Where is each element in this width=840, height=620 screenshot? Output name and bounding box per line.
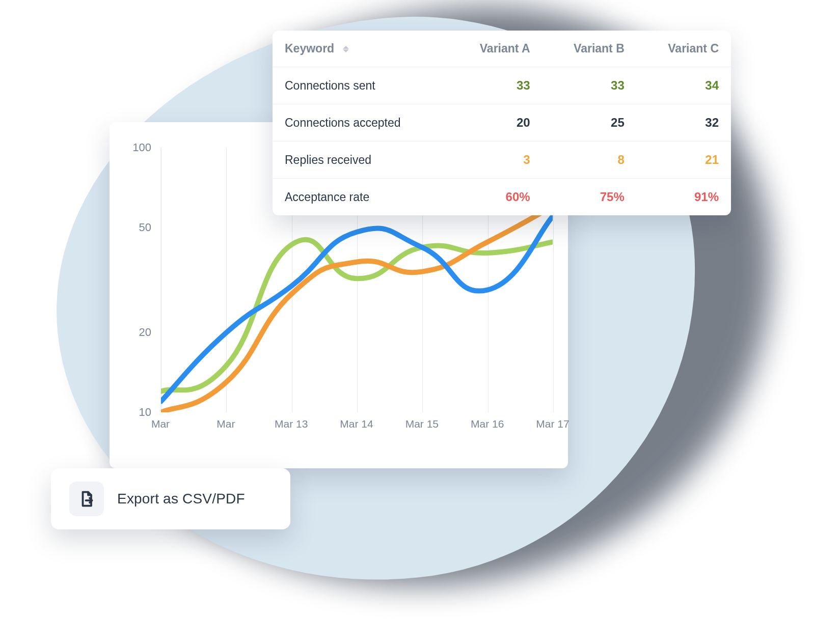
chart-y-axis: 102050100 [125,148,155,412]
metric-label: Connections sent [273,67,449,104]
keyword-column-header[interactable]: Keyword [273,31,449,67]
stats-table-card: Keyword Variant A Variant B Variant C Co… [273,31,731,215]
metric-value: 33 [449,67,543,104]
metric-value: 60% [449,179,543,216]
metric-value: 91% [637,179,731,216]
metric-label: Replies received [273,142,449,179]
variant-b-header: Variant B [543,31,637,67]
metric-value: 34 [637,67,731,104]
metric-value: 20 [449,104,543,142]
metric-label: Acceptance rate [273,179,449,216]
series-line-tangerine [161,206,553,412]
x-tick-label: Mar 15 [401,417,442,431]
sort-icon[interactable] [343,46,349,52]
export-icon [69,482,104,516]
export-button[interactable]: Export as CSV/PDF [51,468,290,529]
y-tick-label: 20 [139,326,151,339]
table-row: Replies received3821 [273,142,731,179]
y-tick-label: 100 [132,141,151,154]
variant-a-header: Variant A [449,31,543,67]
metric-value: 75% [543,179,637,216]
chart-x-axis: MarMarMar 13Mar 14Mar 15Mar 16Mar 17 [160,417,553,453]
stats-table: Keyword Variant A Variant B Variant C Co… [273,31,731,215]
metric-value: 25 [543,104,637,142]
variant-c-header: Variant C [637,31,731,67]
table-row: Connections accepted202532 [273,104,731,142]
y-tick-label: 50 [139,221,151,234]
export-label: Export as CSV/PDF [117,491,245,507]
x-tick-label: Mar 13 [271,417,312,431]
metric-value: 3 [449,142,543,179]
metric-label: Connections accepted [273,104,449,142]
keyword-column-label: Keyword [285,42,334,55]
table-header-row: Keyword Variant A Variant B Variant C [273,31,731,67]
table-row: Connections sent333334 [273,67,731,104]
metric-value: 8 [543,142,637,179]
x-tick-label: Mar 17 [532,417,573,431]
x-tick-label: Mar [140,417,181,431]
metric-value: 33 [543,67,637,104]
metric-value: 21 [637,142,731,179]
table-row: Acceptance rate60%75%91% [273,179,731,216]
x-tick-label: Mar [205,417,246,431]
stage: 102050100 MarMarMar 13Mar 14Mar 15Mar 16… [0,0,840,620]
x-tick-label: Mar 14 [336,417,377,431]
stats-table-body: Connections sent333334Connections accept… [273,67,731,216]
x-tick-label: Mar 16 [467,417,508,431]
metric-value: 32 [637,104,731,142]
